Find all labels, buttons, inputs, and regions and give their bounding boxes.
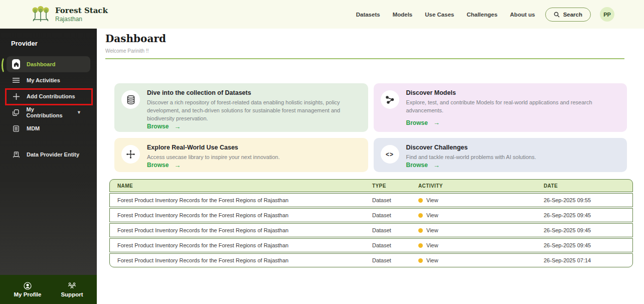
card-use-cases: Explore Real-World Use Cases Access usec… [114,138,368,172]
table-row[interactable]: Forest Product Inventory Records for the… [109,253,633,267]
browse-label: Browse [406,119,428,126]
sidebar-footer: My Profile Support [0,275,97,304]
copy-icon [12,109,20,116]
table-row[interactable]: Forest Product Inventory Records for the… [109,208,633,222]
app-window: Forest Stack Rajasthan Datasets Models U… [0,0,644,304]
move-icon [121,145,140,164]
row-date: 26-Sep-2025 07:14 [544,257,633,263]
row-date: 26-Sep-2025 09:45 [544,227,633,233]
sidebar-item-label: Data Provider Entity [27,151,79,158]
row-type: Dataset [372,212,418,218]
row-type: Dataset [372,257,418,263]
browse-label: Browse [406,162,428,169]
status-dot-icon [418,213,423,218]
activity-label: View [426,227,438,233]
nav-challenges[interactable]: Challenges [466,12,497,18]
code-icon: <> [381,145,399,164]
card-title: Dive into the collection of Datasets [147,89,359,96]
quick-link-cards: Dive into the collection of Datasets Dis… [114,83,627,172]
card-models: Discover Models Explore, test, and contr… [374,83,627,132]
sidebar-nav: Dashboard My Activities Add Contribution… [0,56,97,163]
row-activity: View [418,197,544,203]
table-row[interactable]: Forest Product Inventory Records for the… [109,223,633,237]
row-name: Forest Product Inventory Records for the… [110,257,372,263]
search-button-label: Search [563,12,582,18]
brand-logo[interactable]: Forest Stack Rajasthan [31,6,108,23]
table-row[interactable]: Forest Product Inventory Records for the… [109,193,633,207]
status-dot-icon [418,258,423,263]
sidebar-item-my-activities[interactable]: My Activities [7,72,90,88]
browse-challenges-link[interactable]: Browse → [406,162,618,169]
sidebar-item-mdm[interactable]: MDM [7,120,90,136]
brand-subtitle: Rajasthan [55,16,108,23]
row-type: Dataset [372,242,418,248]
row-name: Forest Product Inventory Records for the… [110,212,372,218]
sidebar-heading: Provider [11,40,97,47]
sidebar-item-my-contributions[interactable]: My Contributions ▼ [7,104,90,120]
nav-models[interactable]: Models [393,12,413,18]
top-navigation: Datasets Models Use Cases Challenges Abo… [356,12,535,18]
card-title: Discover Models [406,89,618,96]
my-profile-button[interactable]: My Profile [14,282,41,297]
my-profile-label: My Profile [14,291,41,297]
user-avatar[interactable]: PP [600,7,614,22]
status-dot-icon [418,198,423,203]
row-name: Forest Product Inventory Records for the… [110,242,372,248]
plus-icon [12,93,20,100]
column-header-date: DATE [544,183,633,189]
row-date: 26-Sep-2025 09:55 [544,197,633,203]
activity-label: View [426,257,438,263]
card-body: Dive into the collection of Datasets Dis… [147,89,359,126]
browse-label: Browse [147,123,169,130]
arrow-right-icon: → [433,119,440,126]
sidebar-item-label: Add Contributions [27,93,75,99]
sidebar-item-dashboard[interactable]: Dashboard [7,56,90,72]
section-divider [105,58,624,59]
brand-text: Forest Stack Rajasthan [55,6,108,23]
recent-activity-table: NAME TYPE ACTIVITY DATE Forest Product I… [109,179,633,267]
card-description: Find and tackle real-world problems with… [406,154,618,162]
sidebar-item-label: My Contributions [27,106,71,118]
profile-icon [24,282,32,290]
card-description: Access usecase library to inspire your n… [147,154,359,162]
sidebar-item-label: Dashboard [27,61,55,67]
row-type: Dataset [372,197,418,203]
browse-use-cases-link[interactable]: Browse → [147,162,359,169]
top-header: Forest Stack Rajasthan Datasets Models U… [0,0,644,29]
card-description: Discover a rich repository of forest-rel… [147,99,359,123]
card-challenges: <> Discover Challenges Find and tackle r… [374,138,627,172]
share-nodes-icon [381,90,399,109]
support-icon [68,282,76,290]
activity-label: View [426,242,438,248]
sidebar: Provider Dashboard My Activities [0,29,97,304]
row-activity: View [418,242,544,248]
sidebar-item-label: My Activities [27,77,60,83]
nav-datasets[interactable]: Datasets [356,12,380,18]
search-icon [554,12,560,18]
nav-about-us[interactable]: About us [510,12,535,18]
row-name: Forest Product Inventory Records for the… [110,227,372,233]
chevron-down-icon: ▼ [77,110,81,115]
browse-models-link[interactable]: Browse → [406,119,618,126]
search-button[interactable]: Search [545,8,591,22]
card-body: Explore Real-World Use Cases Access usec… [147,144,359,167]
welcome-text: Welcome Parinith !! [105,48,644,54]
home-icon [12,59,20,69]
row-date: 26-Sep-2025 09:45 [544,242,633,248]
building-icon [12,151,20,158]
row-type: Dataset [372,227,418,233]
support-button[interactable]: Support [61,282,83,297]
sidebar-item-add-contributions[interactable]: Add Contributions [7,88,90,104]
support-label: Support [61,291,83,297]
status-dot-icon [418,228,423,233]
row-activity: View [418,212,544,218]
card-title: Explore Real-World Use Cases [147,144,359,151]
card-body: Discover Models Explore, test, and contr… [406,89,618,126]
row-name: Forest Product Inventory Records for the… [110,197,372,203]
arrow-right-icon: → [174,162,181,169]
table-row[interactable]: Forest Product Inventory Records for the… [109,238,633,252]
browse-datasets-link[interactable]: Browse → [147,123,359,130]
nav-use-cases[interactable]: Use Cases [425,12,454,18]
activity-label: View [426,197,438,203]
sidebar-item-data-provider-entity[interactable]: Data Provider Entity [7,146,90,163]
